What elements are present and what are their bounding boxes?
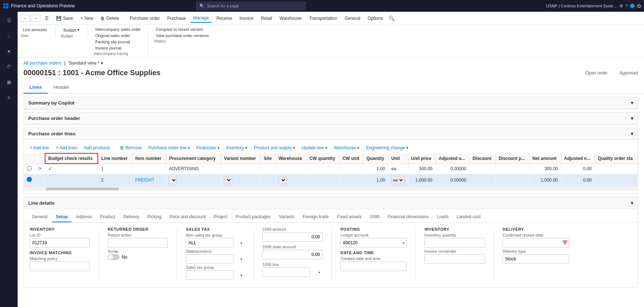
search-cmd-icon[interactable]: 🔍 (389, 15, 395, 21)
lot-id-input[interactable] (30, 238, 90, 248)
table-icon[interactable]: ▦ (1, 75, 16, 89)
delivery-type-input[interactable] (503, 254, 569, 264)
view-purchase-order-versions-button[interactable]: View purchase order versions (154, 33, 210, 39)
line-details-header[interactable]: Line details ▾ (24, 197, 638, 209)
tab-address[interactable]: Address (72, 212, 96, 222)
row-radio[interactable] (24, 164, 35, 174)
table-row[interactable]: ⟳ ✓ 1 ADVERTISING (24, 164, 638, 174)
purchase-order-header-header[interactable]: Purchase order header ▾ (24, 113, 638, 124)
settings-icon[interactable]: ⚙ (619, 4, 623, 8)
receive-menu[interactable]: Receive (213, 14, 235, 22)
tab-price-and-discount[interactable]: Price and discount (166, 212, 209, 222)
row-radio[interactable] (24, 174, 35, 186)
procurement-category-select[interactable] (169, 176, 177, 184)
item-sales-tax-select[interactable]: ALL (186, 238, 233, 248)
tab-foreign-trade[interactable]: Foreign trade (299, 212, 332, 222)
add-lines-button[interactable]: + Add lines (53, 144, 80, 151)
purchase-order-line-button[interactable]: Purchase order line ▾ (146, 144, 193, 151)
row-refresh[interactable]: ⟳ (35, 164, 45, 174)
save-button[interactable]: 💾 Save (53, 14, 76, 22)
tab-delivery[interactable]: Delivery (119, 212, 143, 222)
clock-icon[interactable]: ⏱ (1, 59, 16, 74)
invoice-journal-button[interactable]: Invoice journal (94, 45, 142, 51)
original-sales-order-button[interactable]: Original sales order (94, 33, 142, 39)
scrap-toggle[interactable] (108, 254, 119, 260)
tab-loads[interactable]: Loads (433, 212, 452, 222)
intercompany-sales-order-button[interactable]: Intercompany sales order (94, 26, 142, 32)
tab-lines[interactable]: Lines (23, 81, 48, 94)
col-budget-check[interactable]: Budget check results (45, 153, 98, 164)
tab-product-packages[interactable]: Product packages (232, 212, 275, 222)
matching-policy-input[interactable] (30, 262, 90, 271)
purchase-menu[interactable]: Purchase (164, 14, 189, 22)
sales-tax-group-select[interactable] (186, 270, 233, 280)
inventory-quantity-input[interactable] (424, 238, 485, 248)
variant-number-select[interactable] (224, 176, 232, 184)
summary-copilot-header[interactable]: Summary by Copilot ▾ (24, 97, 638, 109)
packing-slip-journal-button[interactable]: Packing slip journal (94, 39, 142, 45)
purchase-order-menu[interactable]: Purchase order (127, 14, 163, 22)
row-refresh[interactable] (35, 174, 45, 186)
return-action-input[interactable] (108, 238, 168, 248)
notification-icon[interactable]: 0 (630, 4, 635, 8)
forward-button[interactable]: → (31, 15, 40, 22)
tab-setup[interactable]: Setup (52, 212, 71, 222)
add-products-button[interactable]: Add products (81, 144, 113, 151)
product-and-supply-button[interactable]: Product and supply ▾ (251, 144, 298, 151)
table-row[interactable]: 2 FREIGHT (24, 174, 638, 186)
warehouse-select[interactable] (279, 176, 287, 184)
delete-button[interactable]: 🗑 Delete (97, 14, 122, 22)
invoice-remainder-input[interactable] (424, 254, 485, 264)
hamburger-menu[interactable]: ☰ (1, 13, 16, 28)
line-amounts-button[interactable]: Line amounts (21, 26, 49, 33)
new-button[interactable]: + New (77, 14, 96, 22)
view-selector[interactable]: Standard view * ▾ (69, 61, 103, 66)
manage-menu[interactable]: Manage (190, 14, 212, 23)
update-line-button[interactable]: Update line ▾ (299, 144, 330, 151)
star-icon[interactable]: ★ (1, 44, 16, 59)
compare-to-recent-button[interactable]: Compare to recent version (154, 26, 210, 32)
warehouse-menu[interactable]: Warehouse (276, 14, 305, 22)
ledger-account-select[interactable]: 600120 (341, 238, 406, 248)
tab-general[interactable]: General (28, 212, 51, 222)
tab-picking[interactable]: Picking (144, 212, 165, 222)
budget-button[interactable]: Budget ▾ (61, 26, 82, 33)
inventory-button[interactable]: Inventory ▾ (223, 144, 250, 151)
financials-button[interactable]: Financials ▾ (194, 144, 222, 151)
state-province-select[interactable] (186, 254, 233, 264)
table-scroll-thumb[interactable] (46, 187, 119, 190)
unit-select[interactable]: ea (391, 176, 404, 184)
general-menu[interactable]: General (342, 14, 363, 22)
created-date-input[interactable] (341, 262, 406, 271)
search-box[interactable]: 🔍 Search for a page (196, 2, 306, 10)
1099-amount-input[interactable] (262, 232, 323, 242)
confirmed-receipt-date-input[interactable] (503, 238, 569, 248)
hamburger-nav[interactable]: ☰ (42, 14, 52, 22)
tab-header[interactable]: Header (48, 81, 75, 94)
tab-variants[interactable]: Variants (275, 212, 298, 222)
tab-fixed-assets[interactable]: Fixed assets (333, 212, 365, 222)
tab-financial-dimensions[interactable]: Financial dimensions (384, 212, 432, 222)
engineering-change-button[interactable]: Engineering change ▾ (363, 144, 411, 151)
home-icon[interactable]: ⌂ (1, 29, 16, 43)
tab-landed-cost[interactable]: Landed cost (453, 212, 484, 222)
help-icon[interactable]: ? (625, 4, 628, 8)
tab-1099[interactable]: 1099 (366, 212, 383, 222)
warehouse-lines-button[interactable]: Warehouse ▾ (331, 144, 363, 151)
remove-button[interactable]: 🗑 Remove (117, 144, 145, 151)
purchase-order-lines-header[interactable]: Purchase order lines ▾ (24, 128, 638, 140)
retail-menu[interactable]: Retail (258, 14, 275, 22)
table-scrollbar[interactable] (24, 186, 638, 191)
1099-box-select[interactable] (262, 267, 310, 277)
tab-product[interactable]: Product (96, 212, 119, 222)
tab-project[interactable]: Project (210, 212, 231, 222)
all-purchase-orders-link[interactable]: All purchase orders (23, 61, 61, 66)
invoice-menu[interactable]: Invoice (237, 14, 257, 22)
back-button[interactable]: ← (21, 15, 30, 22)
power-icon[interactable]: ⏻ (637, 4, 641, 8)
transportation-menu[interactable]: Transportation (306, 14, 340, 22)
1099-state-input[interactable] (262, 250, 323, 259)
list-icon[interactable]: ≡ (1, 90, 16, 105)
add-line-button[interactable]: + Add line (27, 144, 52, 151)
options-menu[interactable]: Options (365, 14, 386, 22)
